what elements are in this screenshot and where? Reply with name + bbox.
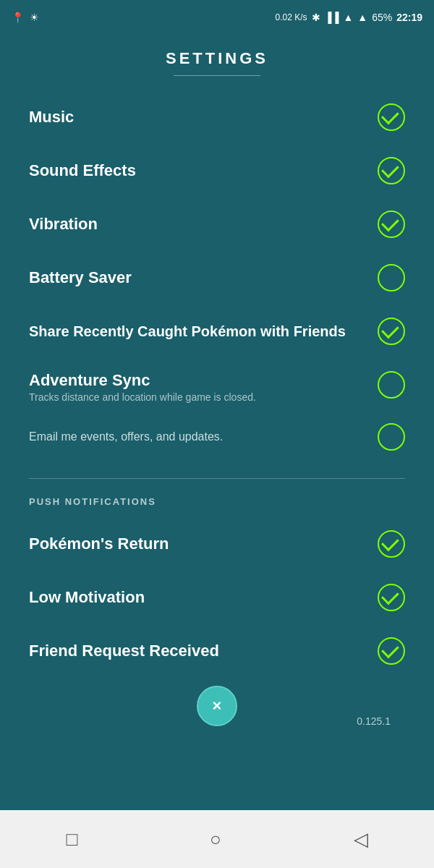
battery-saver-checkbox[interactable] [378, 264, 405, 292]
title-divider [174, 75, 260, 76]
setting-row-adventure-sync[interactable]: Adventure Sync Tracks distance and locat… [29, 358, 405, 416]
sound-effects-label: Sound Effects [29, 161, 369, 180]
friend-request-checkbox[interactable] [378, 637, 405, 665]
push-notifications-list: Pokémon's Return Low Motivation Friend R… [0, 510, 434, 685]
setting-row-low-motivation[interactable]: Low Motivation [29, 571, 405, 624]
close-float-button[interactable]: × [197, 686, 237, 726]
setting-row-share-pokemon[interactable]: Share Recently Caught Pokémon with Frien… [29, 305, 405, 358]
bluetooth-icon: ✱ [312, 12, 320, 23]
setting-row-battery-saver[interactable]: Battery Saver [29, 251, 405, 305]
back-icon[interactable]: ◁ [354, 828, 368, 851]
setting-row-vibration[interactable]: Vibration [29, 197, 405, 251]
sun-icon: ☀ [30, 12, 39, 23]
version-text: 0.125.1 [357, 715, 391, 727]
vibration-checkbox[interactable] [378, 210, 405, 238]
adventure-sync-checkbox[interactable] [378, 371, 405, 399]
friend-request-label: Friend Request Received [29, 642, 369, 660]
setting-row-email[interactable]: Email me events, offers, and updates. [29, 416, 405, 464]
page-title-container: SETTINGS [0, 35, 434, 83]
battery-saver-label: Battery Saver [29, 268, 369, 287]
pokemon-return-label: Pokémon's Return [29, 535, 369, 553]
location-icon: 📍 [12, 12, 24, 23]
setting-row-pokemon-return[interactable]: Pokémon's Return [29, 517, 405, 571]
music-checkbox[interactable] [378, 103, 405, 131]
vibration-label: Vibration [29, 215, 369, 234]
signal-icon: ▐▐ [325, 12, 339, 23]
setting-row-sound-effects[interactable]: Sound Effects [29, 144, 405, 197]
network-speed: 0.02 K/s [276, 12, 307, 22]
pokemon-return-checkbox[interactable] [378, 530, 405, 558]
share-pokemon-label: Share Recently Caught Pokémon with Frien… [29, 323, 369, 340]
share-pokemon-checkbox[interactable] [378, 318, 405, 345]
wifi-icon: ▲ [343, 12, 353, 23]
push-notifications-header: PUSH NOTIFICATIONS [0, 486, 434, 510]
cell-icon: ▲ [357, 12, 367, 23]
close-icon: × [213, 698, 222, 714]
battery: 65% [372, 12, 392, 23]
music-label: Music [29, 108, 369, 127]
nav-bar: □ ○ ◁ [0, 810, 434, 868]
sound-effects-checkbox[interactable] [378, 157, 405, 184]
adventure-sync-label-group: Adventure Sync Tracks distance and locat… [29, 371, 369, 403]
email-label: Email me events, offers, and updates. [29, 430, 369, 443]
adventure-sync-label: Adventure Sync [29, 371, 369, 390]
setting-row-friend-request[interactable]: Friend Request Received [29, 624, 405, 678]
clock: 22:19 [396, 12, 422, 23]
setting-row-music[interactable]: Music [29, 90, 405, 144]
settings-list: Music Sound Effects Vibration Battery Sa… [0, 83, 434, 471]
low-motivation-checkbox[interactable] [378, 584, 405, 611]
email-checkbox[interactable] [378, 423, 405, 451]
adventure-sync-subtitle: Tracks distance and location while game … [29, 391, 369, 403]
status-right-icons: 0.02 K/s ✱ ▐▐ ▲ ▲ 65% 22:19 [276, 12, 422, 23]
status-bar: 📍 ☀ 0.02 K/s ✱ ▐▐ ▲ ▲ 65% 22:19 [0, 0, 434, 35]
page-title: SETTINGS [0, 49, 434, 68]
section-divider [29, 478, 405, 479]
low-motivation-label: Low Motivation [29, 588, 369, 607]
home-icon[interactable]: ○ [210, 828, 221, 851]
recents-icon[interactable]: □ [66, 828, 77, 851]
status-left-icons: 📍 ☀ [12, 12, 39, 23]
